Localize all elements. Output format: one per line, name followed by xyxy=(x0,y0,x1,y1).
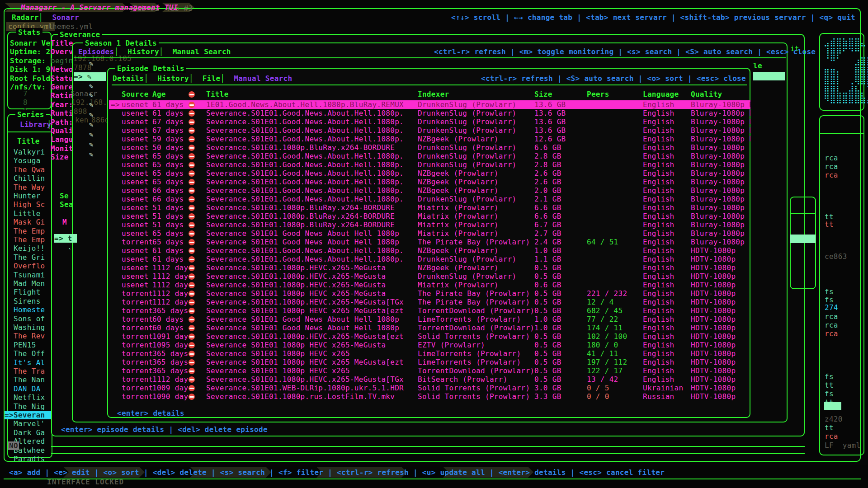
series-list-item[interactable]: It's Al xyxy=(5,358,52,367)
rejected-icon xyxy=(189,203,195,212)
release-table-row[interactable]: torrent 1090 days Severance.S01E01.1080p… xyxy=(109,392,750,401)
series-list-item[interactable]: Keijo!! xyxy=(5,244,52,253)
series-list-item[interactable]: Valkyri xyxy=(5,148,52,156)
release-table-row[interactable]: usenet 66 days Severance.S01E01.Good.New… xyxy=(109,186,750,195)
release-table-row[interactable]: usenet 59 days Severance.S01E01.Good.New… xyxy=(109,135,750,143)
release-table-row[interactable]: usenet 1112 days Severance.S01E01.1080p.… xyxy=(109,263,750,272)
release-table-row[interactable]: torrent 1112 days Severance S01E01 1080p… xyxy=(109,289,750,298)
series-details-title: Severance xyxy=(58,30,102,39)
release-table-row[interactable]: torrent 1095 days Severance S01E01 1080p… xyxy=(109,341,750,349)
series-list-item[interactable]: The Gri xyxy=(5,253,52,262)
release-table-row[interactable]: torrent 365 days Severance S01E01 1080p … xyxy=(109,358,750,366)
series-list-item[interactable]: Yosuga xyxy=(5,156,52,165)
episode-tab[interactable]: Manual Search xyxy=(220,74,292,83)
release-table-row[interactable]: usenet 1112 days Severance.S01E01.1080p.… xyxy=(109,281,750,289)
release-table-row[interactable]: usenet 1112 days Severance.S01E01.1080p.… xyxy=(109,272,750,281)
bleed-text: ` xyxy=(68,247,72,256)
series-list-item[interactable]: Sirens xyxy=(5,297,52,305)
series-list-item[interactable]: Netflix xyxy=(5,393,52,402)
cell-quality: HDTV-1080p xyxy=(691,272,736,281)
release-table-row[interactable]: torrent 65 days Severance S01E01 Good Ne… xyxy=(109,238,750,246)
series-list-item[interactable]: The Off xyxy=(5,349,52,358)
cell-peers: 197 / 112 xyxy=(587,358,627,366)
series-list-item[interactable]: Mad Men xyxy=(5,279,52,288)
series-list-item[interactable]: Hunter xyxy=(5,192,52,200)
servarr-tab[interactable]: Radarr xyxy=(12,13,39,22)
rejected-icon xyxy=(189,229,195,238)
series-list-item[interactable]: Chillin xyxy=(5,174,52,183)
series-list-item[interactable]: The Tra xyxy=(5,367,52,375)
series-list-item[interactable]: The Nig xyxy=(5,402,52,411)
release-table-row[interactable]: usenet 65 days Severance.S01E01.Good.New… xyxy=(109,169,750,178)
series-list-item[interactable]: Homeste xyxy=(5,305,52,314)
episode-tab[interactable]: Details xyxy=(113,74,144,83)
series-list-item[interactable]: The Qwa xyxy=(5,165,52,174)
release-table-row[interactable]: usenet 50 days Severance.S01E01.1080p.Bl… xyxy=(109,143,750,152)
series-list-item[interactable]: PEN15 xyxy=(5,341,52,349)
series-list-item[interactable]: Overflo xyxy=(5,262,52,270)
series-list-item[interactable]: Paradis xyxy=(5,455,52,463)
col-source[interactable]: Source xyxy=(122,90,149,99)
cell-source: usenet xyxy=(122,229,149,238)
release-table-row[interactable]: usenet 51 days Severance.S01E01.1080p.Bl… xyxy=(109,203,750,212)
season-tab[interactable]: Episodes xyxy=(78,47,114,56)
cell-source: torrent xyxy=(122,289,153,298)
release-table-row[interactable]: usenet 65 days Severance.S01E01.Good.New… xyxy=(109,178,750,186)
col-quality[interactable]: Quality xyxy=(691,90,722,99)
series-list-item[interactable]: =>Severan xyxy=(5,411,52,419)
col-size[interactable]: Size xyxy=(534,90,552,99)
release-table-row[interactable]: torrent 1112 days Severance.S01E01.1080p… xyxy=(109,375,750,384)
episode-tab[interactable]: History xyxy=(144,74,189,83)
series-list-item[interactable]: The Emp xyxy=(5,235,52,244)
release-table-row[interactable]: usenet 65 days Severance.S01E01.Good.New… xyxy=(109,160,750,169)
release-table-row[interactable]: usenet 51 days Severance.S01E01.1080p.Bl… xyxy=(109,212,750,221)
release-table-row[interactable]: usenet 66 days Severance.S01E01.Good.New… xyxy=(109,195,750,203)
series-list-item[interactable]: Flight xyxy=(5,288,52,296)
series-list-item[interactable]: Marvel' xyxy=(5,419,52,428)
release-table-row[interactable]: torrent 1091 days Severance.S01E01.1080p… xyxy=(109,332,750,341)
release-table-row[interactable]: torrent 60 days Severance S01E01 Good Ne… xyxy=(109,315,750,324)
release-table-row[interactable]: usenet 67 days Severance.S01E01.Good.New… xyxy=(109,126,750,135)
release-table-row[interactable]: => usenet 61 days 1E01.Good.News.About.H… xyxy=(109,100,750,109)
release-table-row[interactable]: torrent 365 days Severance S01E01 1080p … xyxy=(109,349,750,358)
cell-size: 2.6 GB xyxy=(534,178,561,186)
col-peers[interactable]: Peers xyxy=(587,90,609,99)
season-tab[interactable]: History xyxy=(114,47,159,56)
release-table-row[interactable]: usenet 65 days Severance.S01E01.Good.New… xyxy=(109,152,750,160)
release-table-row[interactable]: usenet 67 days Severance.S01E01.Good.New… xyxy=(109,117,750,126)
release-table-row[interactable]: usenet 61 days Severance.S01E01.Good.New… xyxy=(109,109,750,117)
series-list-item[interactable]: Tsunami xyxy=(5,271,52,279)
col-language[interactable]: Language xyxy=(643,90,679,99)
series-list-item[interactable]: The Rev xyxy=(5,332,52,340)
release-table-row[interactable]: torrent 1009 days Severance.S01E01.WEB-D… xyxy=(109,384,750,392)
episode-tab[interactable]: File xyxy=(189,74,221,83)
series-list-item[interactable]: Mask Gi xyxy=(5,218,52,226)
servarr-tab[interactable]: Sonarr xyxy=(39,13,79,22)
series-list-item[interactable]: DAN DA xyxy=(5,385,52,393)
release-table-row[interactable]: torrent 365 days Severance S01E01 1080p … xyxy=(109,306,750,315)
col-age[interactable]: Age xyxy=(152,90,166,99)
release-table-row[interactable]: usenet 65 days Severance S01E01 Good New… xyxy=(109,229,750,238)
release-table-row[interactable]: torrent 365 days Severance S01E01 1080p … xyxy=(109,366,750,375)
release-table-row[interactable]: torrent 60 days Severance S01E01 Good Ne… xyxy=(109,324,750,332)
cell-size: 0.5 GB xyxy=(534,306,561,315)
cell-age: 65 days xyxy=(152,229,184,238)
series-list-item[interactable]: Washing xyxy=(5,323,52,332)
bleed-text: rca xyxy=(825,329,838,338)
release-table-row[interactable]: torrent 1112 days Severance.S01E01.1080p… xyxy=(109,298,750,306)
series-list-item[interactable]: The Nan xyxy=(5,375,52,384)
cell-age: 51 days xyxy=(152,203,184,212)
pencil-icon: ✎ xyxy=(89,120,94,129)
release-table-row[interactable]: usenet 51 days Severance.S01E01.1080p.Bl… xyxy=(109,221,750,229)
series-list-item[interactable]: The Emp xyxy=(5,227,52,235)
series-list-item[interactable]: Sons of xyxy=(5,314,52,323)
series-list-item[interactable]: The Way xyxy=(5,183,52,192)
release-table-row[interactable]: usenet 61 days Severance.S01E01.Good.New… xyxy=(109,255,750,263)
series-list-item[interactable]: Dark Ga xyxy=(5,428,52,437)
col-title[interactable]: Title xyxy=(206,90,229,99)
season-tab[interactable]: Manual Search xyxy=(159,47,231,56)
series-list-item[interactable]: High Sc xyxy=(5,200,52,209)
series-list-item[interactable]: Little xyxy=(5,209,52,218)
release-table-row[interactable]: usenet 61 days Severance.S01E01.Good.New… xyxy=(109,246,750,255)
col-indexer[interactable]: Indexer xyxy=(418,90,449,99)
